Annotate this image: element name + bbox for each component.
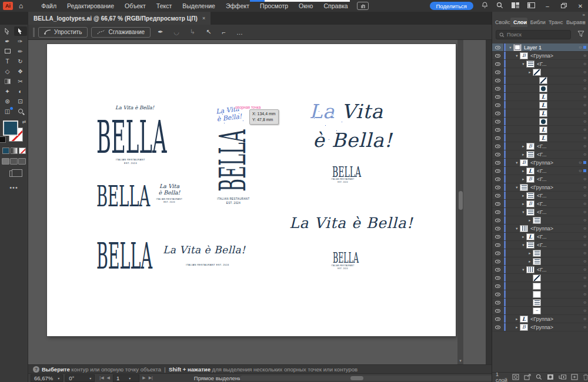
visibility-toggle-icon[interactable]	[492, 167, 504, 175]
document-tab[interactable]: BELLA_logotypes.ai @ 66,67 % (RGB/Предпр…	[28, 12, 211, 25]
layer-thumbnail[interactable]	[533, 274, 541, 282]
layer-row[interactable]: ○	[492, 282, 588, 290]
menu-select[interactable]: Выделение	[177, 2, 220, 9]
target-circle-icon[interactable]: ○	[583, 102, 586, 108]
layer-row[interactable]: L○	[492, 134, 588, 142]
shape-builder-tool[interactable]: ❖	[14, 66, 27, 76]
scroll-down-icon[interactable]: ▾	[457, 358, 463, 363]
target-circle-icon[interactable]: ○	[583, 316, 586, 321]
layer-thumbnail[interactable]	[526, 266, 534, 273]
layer-thumbnail[interactable]	[526, 61, 534, 68]
layer-row[interactable]: ▾B<Группа>○	[492, 159, 588, 167]
anchor-point[interactable]	[242, 120, 244, 122]
logo4-caption[interactable]: ITALIAN RESTAURANTEST. 2024	[154, 198, 185, 205]
layer-label[interactable]: Layer 1	[524, 45, 542, 51]
panel-menu-icon[interactable]: ≡	[582, 19, 586, 27]
visibility-toggle-icon[interactable]	[492, 241, 504, 249]
logo6-caption[interactable]: ITALIAN RESTAURANTEST. 2024	[330, 264, 355, 270]
color-button[interactable]	[2, 148, 9, 154]
logo3-wordmark[interactable]: BELLA	[332, 165, 361, 179]
anchor-point[interactable]	[318, 110, 320, 112]
expand-chevron-icon[interactable]: ▾	[514, 53, 520, 58]
anchor-point[interactable]	[223, 122, 225, 124]
target-circle-icon[interactable]: ○	[583, 308, 586, 313]
minimize-button[interactable]: –	[543, 3, 552, 9]
anchor-point[interactable]	[331, 114, 333, 116]
blend-tool[interactable]: ◐	[14, 86, 27, 96]
expand-chevron-icon[interactable]: ▾	[520, 267, 526, 272]
visibility-toggle-icon[interactable]	[492, 142, 504, 150]
layer-row[interactable]: ▾<Г...○	[492, 60, 588, 68]
layer-row[interactable]: ~○	[492, 307, 588, 315]
logo3-tagline-line1[interactable]: La Vita	[309, 100, 383, 123]
expand-chevron-icon[interactable]: ▾	[514, 160, 520, 165]
layer-thumbnail[interactable]: L	[539, 110, 547, 117]
rotate-tool[interactable]: ↻	[14, 56, 27, 66]
layer-thumbnail[interactable]	[520, 225, 528, 232]
target-circle-icon[interactable]: ○	[583, 300, 586, 305]
visibility-toggle-icon[interactable]	[492, 60, 504, 68]
layer-row[interactable]: ▸○	[492, 249, 588, 257]
locate-object-icon[interactable]	[536, 374, 542, 381]
layer-thumbnail[interactable]: B	[520, 52, 528, 59]
help-icon[interactable]: ?	[33, 366, 39, 373]
expand-chevron-icon[interactable]: ▸	[520, 202, 526, 206]
target-circle-icon[interactable]: ○	[583, 185, 586, 190]
layer-thumbnail[interactable]	[526, 192, 534, 199]
menu-view[interactable]: Просмотр	[255, 2, 293, 9]
layer-row[interactable]: L○	[492, 93, 588, 101]
layer-row[interactable]: ▸<Г...○	[492, 150, 588, 159]
target-circle-icon[interactable]: ○	[583, 234, 586, 239]
logo4-tagline[interactable]: La Vitaè Bella!	[155, 183, 183, 196]
workspace-switcher-icon[interactable]	[527, 2, 535, 9]
layer-row[interactable]: ▾<Г...○	[492, 241, 588, 249]
delete-layer-icon[interactable]	[583, 374, 588, 381]
visibility-toggle-icon[interactable]	[492, 266, 504, 273]
target-circle-icon[interactable]: ○	[583, 217, 586, 223]
layer-row[interactable]: ▸L<Группа>○	[492, 315, 588, 323]
anchor-point[interactable]	[341, 121, 343, 123]
visibility-toggle-icon[interactable]	[492, 101, 504, 109]
target-circle-icon[interactable]: ○	[583, 283, 586, 289]
target-circle-icon[interactable]: ○	[583, 291, 586, 297]
visibility-toggle-icon[interactable]	[492, 224, 504, 232]
logo5-tagline[interactable]: La Vita è Bella!	[163, 244, 245, 256]
logo5-caption[interactable]: ITALIAN RESTAURANT EST. 2024	[178, 263, 237, 267]
layer-row[interactable]: ▸L<Г...○	[492, 167, 588, 175]
pen-options-icon[interactable]: ✒	[154, 28, 166, 36]
visibility-toggle-icon[interactable]	[492, 85, 504, 92]
visibility-toggle-icon[interactable]	[492, 118, 504, 125]
visibility-toggle-icon[interactable]	[492, 208, 504, 216]
layer-label[interactable]: <Г...	[537, 234, 547, 240]
target-circle-icon[interactable]: ○	[583, 226, 586, 231]
target-circle-icon[interactable]: ○	[583, 69, 586, 75]
layer-label[interactable]: <Группа>	[530, 316, 553, 322]
anchor-point[interactable]	[320, 135, 322, 136]
visibility-toggle-icon[interactable]	[492, 290, 504, 298]
layer-row[interactable]: ○	[492, 299, 588, 307]
layer-thumbnail[interactable]	[533, 69, 541, 76]
menu-help[interactable]: Справка	[318, 2, 353, 9]
logo5-wordmark[interactable]: BELLA	[96, 237, 152, 274]
layer-row[interactable]: ▸B<Группа>○	[492, 323, 588, 331]
layer-label[interactable]: <Г...	[537, 201, 547, 207]
layer-thumbnail[interactable]: B	[520, 324, 528, 331]
selection-square-indicator[interactable]	[583, 169, 586, 172]
visibility-toggle-icon[interactable]	[492, 109, 504, 117]
draw-behind-button[interactable]	[10, 158, 18, 165]
layer-label[interactable]: <Группа>	[530, 324, 553, 330]
expand-chevron-icon[interactable]: ▾	[507, 45, 513, 50]
target-circle-icon[interactable]: ○	[583, 78, 586, 83]
layer-thumbnail[interactable]	[533, 250, 541, 257]
horizontal-scrollbar-thumb[interactable]	[350, 376, 363, 380]
target-circle-icon[interactable]: ○	[583, 267, 586, 272]
artboard-number-dropdown[interactable]: 1▾	[113, 374, 139, 382]
tab-transform[interactable]: Транс	[546, 18, 563, 27]
selection-square-indicator[interactable]	[583, 46, 586, 49]
visibility-toggle-icon[interactable]	[492, 126, 504, 133]
zoom-level-dropdown[interactable]: 66,67%▾	[31, 374, 63, 382]
gradient-button[interactable]	[11, 148, 18, 154]
control-bar-handle[interactable]	[33, 28, 35, 37]
expand-chevron-icon[interactable]: ▸	[527, 251, 533, 256]
layer-row[interactable]: ▾<Группа>○	[492, 183, 588, 192]
